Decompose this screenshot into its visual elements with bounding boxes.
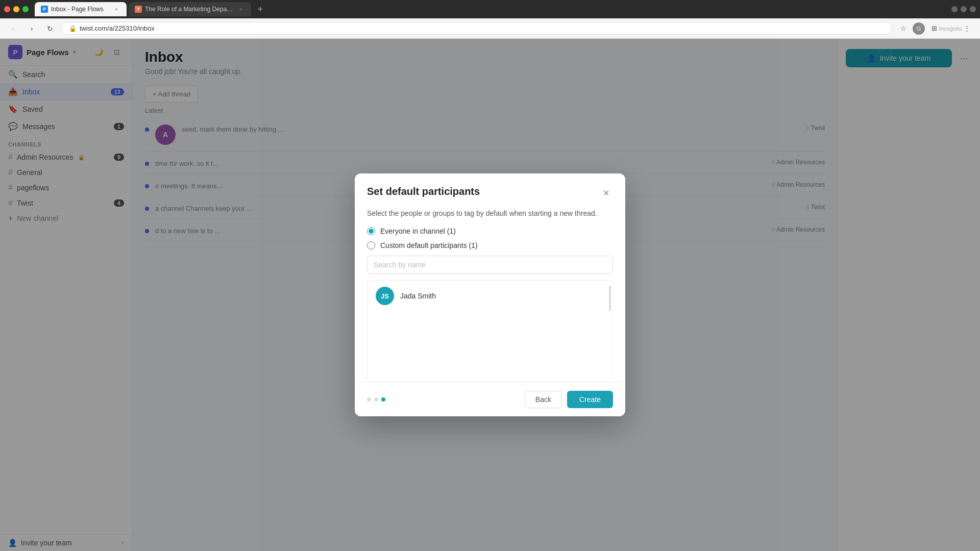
participants-list: JS Jada Smith	[367, 280, 613, 382]
search-participants-input[interactable]	[374, 261, 606, 269]
reload-button[interactable]: ↻	[43, 21, 57, 36]
modal-title: Set default participants	[367, 186, 480, 197]
participant-name-jada: Jada Smith	[400, 292, 436, 300]
address-bar[interactable]: 🔒 twist.com/a/225310/inbox	[61, 22, 892, 35]
tab-title-1: Inbox - Page Flows	[51, 6, 109, 13]
incognito-badge: Incognito	[943, 21, 958, 36]
modal: Set default participants ✕ Select the pe…	[355, 173, 625, 416]
bookmark-button[interactable]: ☆	[896, 21, 911, 36]
browser-tab-2[interactable]: T The Role of a Marketing Depart... ×	[129, 2, 251, 16]
browser-titlebar: P Inbox - Page Flows × T The Role of a M…	[0, 0, 980, 18]
browser-nav-bar: ‹ › ↻ 🔒 twist.com/a/225310/inbox ☆ G ⊞ I…	[0, 18, 980, 39]
radio-custom[interactable]: Custom default participants (1)	[367, 241, 613, 249]
profile-button[interactable]: G	[913, 22, 925, 35]
radio-everyone-input[interactable]	[367, 227, 375, 235]
window-close-btn[interactable]	[4, 6, 10, 12]
back-button[interactable]: ‹	[6, 21, 20, 36]
browser-nav-icons: ☆ G ⊞ Incognito ⋮	[896, 21, 974, 36]
back-button-modal[interactable]: Back	[525, 391, 562, 408]
browser-tab-active[interactable]: P Inbox - Page Flows ×	[35, 2, 127, 16]
lock-icon: 🔒	[69, 25, 77, 32]
modal-dot-1	[367, 397, 371, 402]
modal-description: Select the people or groups to tag by de…	[355, 208, 625, 227]
tab-favicon-1: P	[41, 6, 48, 13]
tab-close-2[interactable]: ×	[237, 5, 245, 13]
more-menu-button[interactable]: ⋮	[960, 21, 974, 36]
browser-chrome: P Inbox - Page Flows × T The Role of a M…	[0, 0, 980, 39]
create-button[interactable]: Create	[567, 391, 613, 408]
forward-button[interactable]: ›	[24, 21, 39, 36]
tab-title-2: The Role of a Marketing Depart...	[145, 6, 234, 13]
radio-custom-label: Custom default participants (1)	[380, 241, 478, 249]
maximize-btn[interactable]	[961, 6, 967, 12]
modal-overlay[interactable]: Set default participants ✕ Select the pe…	[0, 39, 980, 551]
search-input-wrapper[interactable]	[367, 256, 613, 274]
modal-body: Everyone in channel (1) Custom default p…	[355, 227, 625, 382]
window-maximize-btn[interactable]	[22, 6, 29, 12]
restore-btn[interactable]	[951, 6, 958, 12]
window-minimize-btn[interactable]	[13, 6, 19, 12]
tab-close-1[interactable]: ×	[112, 5, 120, 13]
modal-progress-dots	[367, 397, 385, 402]
participant-avatar-jada: JS	[376, 287, 394, 305]
address-text: twist.com/a/225310/inbox	[80, 24, 885, 32]
modal-header: Set default participants ✕	[355, 173, 625, 208]
modal-actions: Back Create	[525, 391, 613, 408]
radio-everyone[interactable]: Everyone in channel (1)	[367, 227, 613, 235]
radio-everyone-label: Everyone in channel (1)	[380, 227, 456, 235]
scrollbar[interactable]	[609, 286, 611, 311]
participant-item-jada[interactable]: JS Jada Smith	[368, 281, 612, 311]
new-tab-button[interactable]: +	[253, 2, 267, 16]
modal-footer: Back Create	[355, 382, 625, 416]
modal-dot-3	[381, 397, 385, 402]
modal-close-button[interactable]: ✕	[599, 186, 613, 200]
modal-dot-2	[374, 397, 378, 402]
close-window-btn[interactable]	[970, 6, 976, 12]
tab-favicon-2: T	[135, 6, 142, 13]
radio-custom-input[interactable]	[367, 241, 375, 249]
